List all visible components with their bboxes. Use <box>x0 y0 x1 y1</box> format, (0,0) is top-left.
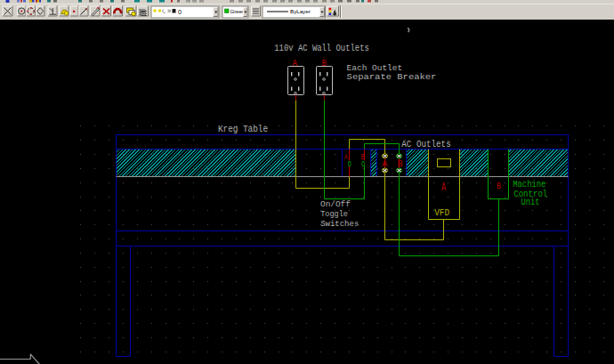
svg-text:Machine: Machine <box>513 180 545 190</box>
svg-text:B: B <box>397 159 402 169</box>
svg-text:VFD: VFD <box>434 208 449 218</box>
svg-text:110v AC Wall Outlets: 110v AC Wall Outlets <box>274 44 369 53</box>
svg-text:Unit: Unit <box>521 198 540 207</box>
svg-text:Toggle: Toggle <box>320 209 348 219</box>
svg-text:A: A <box>441 182 446 194</box>
svg-text:Separate Breaker: Separate Breaker <box>347 72 437 82</box>
svg-text:ByLayer: ByLayer <box>290 8 311 14</box>
svg-text:B: B <box>497 181 501 191</box>
svg-text:A: A <box>344 153 348 162</box>
svg-text:A: A <box>382 159 387 169</box>
svg-text:0: 0 <box>348 158 351 168</box>
svg-text:A: A <box>292 58 297 69</box>
svg-text:B: B <box>361 153 366 162</box>
svg-text:Kreg Table: Kreg Table <box>218 125 268 134</box>
svg-text:0: 0 <box>178 9 182 15</box>
svg-text:B: B <box>321 58 327 69</box>
svg-text:Switches: Switches <box>320 219 359 229</box>
svg-text:AC Outlets: AC Outlets <box>401 140 450 150</box>
